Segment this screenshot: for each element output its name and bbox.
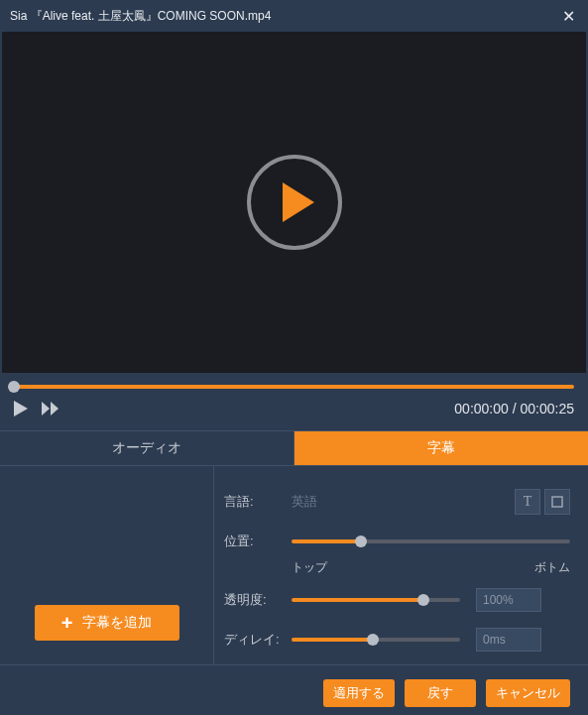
video-preview [2,32,586,373]
opacity-slider[interactable] [292,591,460,609]
text-style-icon[interactable]: T [515,489,540,515]
svg-rect-3 [552,497,562,507]
tabs: オーディオ 字幕 [0,430,588,466]
progress-bar[interactable] [0,373,588,393]
svg-marker-0 [14,401,28,417]
left-panel: + 字幕を追加 [0,466,214,664]
play-icon [283,182,314,222]
delay-slider[interactable] [292,631,460,649]
svg-marker-2 [51,402,59,416]
tab-audio[interactable]: オーディオ [0,431,294,465]
subtitle-settings: 言語: 英語 T 位置: トップ ボトム 透明度: 100% [214,466,588,664]
footer-buttons: 適用する 戻す キャンセル [0,664,588,715]
titlebar: Sia 『Alive feat. 土屋太鳳』COMING SOON.mp4 ✕ [0,0,588,32]
position-thumb[interactable] [355,536,367,547]
plus-icon: + [61,613,73,633]
playback-controls: 00:00:00 / 00:00:25 [0,393,588,430]
apply-button[interactable]: 適用する [323,679,395,707]
close-icon[interactable]: ✕ [558,6,578,26]
opacity-label: 透明度: [224,591,292,609]
add-subtitle-button[interactable]: + 字幕を追加 [35,605,179,641]
window-title: Sia 『Alive feat. 土屋太鳳』COMING SOON.mp4 [10,8,558,25]
cancel-button[interactable]: キャンセル [486,679,570,707]
play-icon-small[interactable] [14,401,28,417]
position-top-label: トップ [292,559,327,576]
delay-label: ディレイ: [224,631,292,649]
tab-subtitle[interactable]: 字幕 [294,431,589,465]
delay-value[interactable]: 0ms [476,628,541,652]
play-button[interactable] [247,155,342,250]
next-icon[interactable] [42,402,59,416]
opacity-value[interactable]: 100% [476,588,541,612]
add-subtitle-label: 字幕を追加 [82,614,152,632]
position-bottom-label: ボトム [534,559,570,576]
time-current: 00:00:00 [454,401,509,417]
language-value[interactable]: 英語 [292,493,511,511]
time-total: 00:00:25 [521,401,575,417]
progress-thumb[interactable] [8,381,20,393]
delay-thumb[interactable] [367,634,379,646]
reset-button[interactable]: 戻す [405,679,476,707]
position-label: 位置: [224,533,292,550]
language-label: 言語: [224,493,292,511]
file-icon[interactable] [544,489,570,515]
svg-marker-1 [42,402,50,416]
time-display: 00:00:00 / 00:00:25 [454,401,574,417]
position-slider[interactable] [292,533,570,550]
opacity-thumb[interactable] [417,594,429,606]
